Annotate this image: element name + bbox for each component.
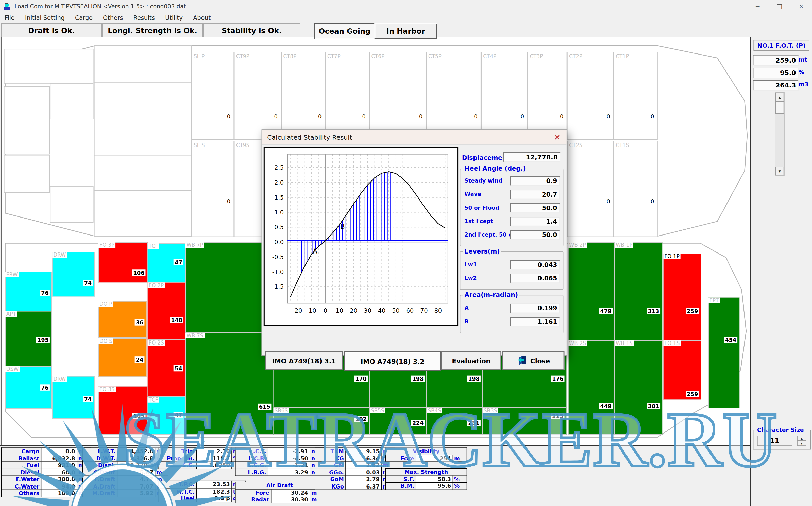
scrollbar-thumb[interactable] — [775, 101, 784, 114]
table-cell: 58.3 — [416, 476, 453, 483]
table-cell: Trim — [159, 448, 197, 455]
tank-drw[interactable]: DRW74 — [52, 252, 95, 297]
tank-cell-ct2p[interactable]: CT2P0 — [567, 52, 614, 140]
tank-cell-value: 0 — [227, 113, 231, 119]
tank-sb6s[interactable]: SB6S202 — [274, 408, 370, 434]
tank-frw[interactable]: FRW76 — [5, 271, 52, 312]
menu-file[interactable]: File — [5, 14, 14, 21]
tank-dsw[interactable]: DSW76 — [5, 366, 52, 409]
tank-cell-ct2s[interactable]: CT2S0 — [567, 141, 614, 237]
tank-wb-2s[interactable]: WB 2S449 — [568, 340, 615, 434]
svg-text:A: A — [313, 247, 318, 255]
table-cell: 95.6 — [416, 483, 453, 490]
table-cell: 254 — [416, 455, 453, 462]
table-cell: % — [453, 476, 467, 483]
tank-fo-3p[interactable]: FO 3P106 — [98, 242, 148, 282]
table-cell: 6,832.8 — [41, 455, 77, 462]
tank-wb-1s[interactable]: WB 1S301 — [615, 340, 662, 434]
tank-cell-value: 0 — [474, 113, 478, 119]
menu-results[interactable]: Results — [133, 14, 155, 21]
imo-a749-18-3-1-button[interactable]: IMO A749(18) 3.1 — [265, 351, 343, 370]
tank-cell-sl-p[interactable]: SL P0 — [192, 52, 234, 140]
table-air-draft: Air DraftFore30.24mRadar30.30m — [235, 482, 324, 503]
table-cell: Diesel — [1, 469, 41, 476]
imo-a749-18-3-2-button[interactable]: IMO A749(18) 3.2 — [344, 351, 441, 371]
close-button[interactable]: × — [790, 0, 812, 12]
table-cell: GM — [315, 461, 346, 469]
tank-quantity-input[interactable]: 95.0 — [753, 68, 799, 78]
tank-cell-ct3p[interactable]: CT3P0 — [528, 52, 567, 140]
tank-cell-ct1s[interactable]: CT1S0 — [614, 141, 658, 237]
menu-utility[interactable]: Utility — [165, 14, 183, 21]
tank-quantity-input[interactable]: 259.0 — [753, 55, 799, 66]
tank-tcf[interactable]: TCF47 — [148, 397, 186, 434]
tank-wb-1p[interactable]: WB 1P313 — [615, 242, 662, 340]
heel-label: 50 or Flood — [465, 204, 499, 210]
tank-fo-1p[interactable]: FO 1P259 — [663, 254, 701, 340]
tank-tcf[interactable]: TCF47 — [148, 243, 186, 282]
tank-label: WB 1P — [615, 242, 633, 248]
dialog-close-icon[interactable]: × — [550, 132, 564, 142]
table-cell: 5.92 — [117, 490, 155, 497]
tank-wb-7p[interactable]: WB 7P — [186, 242, 274, 333]
table-cell: C.Draft — [83, 469, 118, 476]
close-button[interactable]: Close — [502, 351, 564, 370]
svg-text:80: 80 — [434, 307, 442, 314]
tank-fo-2s[interactable]: FO 2S54 — [148, 340, 186, 397]
tank-cell-ct8p[interactable]: CT8P0 — [281, 52, 325, 140]
tank-wb-2p[interactable]: WB 2P479 — [568, 242, 615, 340]
svg-text:B: B — [340, 222, 345, 230]
table-cell: T.P.C. — [159, 481, 197, 488]
tank-cell-ct6p[interactable]: CT6P0 — [369, 52, 426, 140]
table-cell: 9.15 — [346, 448, 382, 455]
heel-row: Steady wind0.9 — [460, 176, 563, 186]
tank-fpt[interactable]: FPT454 — [708, 298, 739, 408]
maximize-button[interactable]: □ — [768, 0, 791, 12]
tank-sb3s[interactable]: SB3S215 — [483, 408, 566, 434]
tank-apt[interactable]: APT195 — [5, 311, 52, 366]
table-cell: GGo. — [315, 469, 346, 476]
tank-cell-ct5p[interactable]: CT5P0 — [426, 52, 481, 140]
evaluation-button[interactable]: Evaluation — [441, 351, 501, 370]
menu-cargo[interactable]: Cargo — [75, 14, 92, 21]
tank-quantity-row: 259.0mt — [753, 55, 811, 66]
area-value: 1.161 — [510, 317, 560, 327]
table-cell: 0.3 p — [196, 495, 232, 502]
heel-value: 1.4 — [510, 217, 560, 226]
tank-fo-3s[interactable]: FO 3S105 — [98, 386, 148, 434]
tank-fo-2p[interactable]: FO 2P148 — [148, 282, 186, 340]
tank-cell-sl-s[interactable]: SL S0 — [192, 141, 234, 237]
table-stability: TKM9.15mKG6.34mGM2.82mGGo.0.03mGoM2.79mK… — [315, 447, 395, 490]
mode-button-in-harbor[interactable]: In Harbor — [375, 23, 437, 39]
tank-cell-ct7p[interactable]: CT7P0 — [325, 52, 369, 140]
tank-list-scrollbar[interactable]: ▲ ▼ — [775, 92, 785, 176]
menu-initial-setting[interactable]: Initial Setting — [25, 14, 64, 21]
dialog-titlebar[interactable]: Calculated Stability Result × — [262, 130, 566, 144]
minimize-button[interactable]: − — [747, 0, 768, 12]
tank-fo-1s[interactable]: FO 1S259 — [663, 340, 701, 400]
tank-do-p[interactable]: DO P36 — [98, 301, 147, 338]
svg-text:20: 20 — [350, 307, 357, 314]
menu-others[interactable]: Others — [103, 14, 123, 21]
svg-text:-0.5: -0.5 — [272, 254, 284, 261]
tank-quantity-input[interactable]: 264.3 — [753, 80, 799, 90]
tank-sb5s[interactable]: SB5S224 — [370, 408, 426, 434]
tank-drw[interactable]: DRW74 — [52, 376, 95, 419]
tank-wb-7s[interactable]: WB 7S615 — [186, 333, 274, 434]
tank-cell-ct1p[interactable]: CT1P0 — [614, 52, 658, 140]
table-cell: L.B.G. — [235, 469, 268, 476]
tank-cell-ct9p[interactable]: CT9P0 — [234, 52, 281, 140]
menu-about[interactable]: About — [193, 14, 211, 21]
tank-cell-ct4p[interactable]: CT4P0 — [481, 52, 528, 140]
scroll-up-icon[interactable]: ▲ — [775, 92, 784, 101]
dialog-title: Calculated Stability Result — [267, 133, 352, 141]
scroll-down-icon[interactable]: ▼ — [775, 167, 784, 175]
character-size-down-button[interactable]: ▼ — [797, 441, 806, 446]
tank-sb4s[interactable]: SB4S231 — [427, 408, 483, 434]
exit-door-icon — [517, 355, 527, 366]
character-size-up-button[interactable]: ▲ — [797, 435, 806, 441]
mode-button-ocean-going[interactable]: Ocean Going — [315, 23, 375, 39]
table-cell: 6.34 — [346, 455, 382, 462]
character-size-input[interactable]: 11 — [757, 435, 793, 446]
tank-do-s[interactable]: DO S24 — [98, 338, 147, 377]
